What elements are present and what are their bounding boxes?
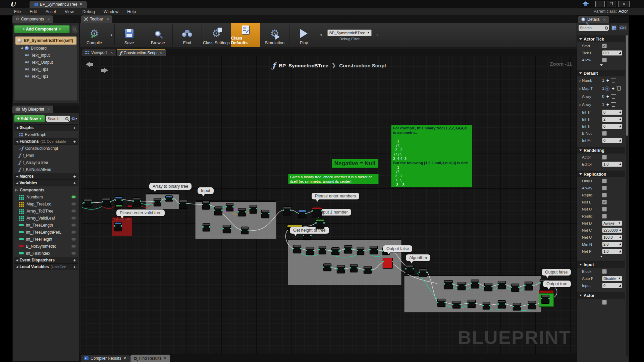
- pin-icon[interactable]: [505, 284, 506, 285]
- details-section-header[interactable]: Default: [577, 70, 625, 76]
- expand-advanced-button[interactable]: [577, 255, 625, 258]
- comment-box-negative-null[interactable]: Negative = Null: [332, 159, 378, 168]
- graph-node[interactable]: [528, 301, 536, 309]
- property-checkbox[interactable]: [602, 300, 607, 305]
- pin-icon[interactable]: [541, 298, 542, 299]
- add-item-button[interactable]: +: [73, 258, 76, 263]
- section-header-macros[interactable]: ◀Macros+: [14, 173, 78, 180]
- add-element-button[interactable]: +: [606, 78, 609, 83]
- world-debug-icon[interactable]: ⌖: [376, 33, 378, 37]
- graph-node[interactable]: [350, 264, 358, 272]
- pin-icon[interactable]: [513, 306, 514, 307]
- pin-icon[interactable]: [497, 303, 499, 305]
- tab-viewport[interactable]: Viewport✕: [82, 49, 116, 56]
- component-row[interactable]: AaText_Tips: [15, 66, 76, 73]
- graph-node[interactable]: [114, 222, 122, 231]
- graph-node[interactable]: [323, 263, 331, 271]
- menu-item-file[interactable]: File: [14, 9, 21, 14]
- save-button[interactable]: Save: [115, 23, 144, 47]
- pin-icon[interactable]: [338, 250, 340, 252]
- eye-closed-icon[interactable]: [71, 245, 76, 248]
- variable-row[interactable]: Int_FirstIndex: [14, 250, 78, 257]
- pin-icon[interactable]: [226, 206, 227, 207]
- node-group-box[interactable]: [146, 193, 179, 209]
- pin-icon[interactable]: [214, 209, 215, 211]
- pin-icon[interactable]: [467, 303, 469, 304]
- graph-node[interactable]: [525, 282, 533, 290]
- menu-item-asset[interactable]: Asset: [46, 9, 56, 14]
- browse-button[interactable]: Browse: [144, 23, 172, 47]
- add-item-button[interactable]: +: [73, 125, 76, 130]
- pin-icon[interactable]: [91, 202, 93, 203]
- comment-box-example[interactable]: For example, this binary tree [1,2,2,3,4…: [391, 125, 472, 187]
- pin-icon[interactable]: [222, 228, 224, 229]
- pin-icon[interactable]: [452, 304, 453, 305]
- tab-close-icon[interactable]: ✕: [160, 51, 163, 55]
- asset-tab[interactable]: BP_SymmetricBTree ✕: [30, 1, 87, 8]
- pin-icon[interactable]: [371, 269, 372, 270]
- pin-icon[interactable]: [323, 222, 325, 224]
- graph-node[interactable]: [511, 284, 519, 292]
- details-section-header[interactable]: Rendering: [577, 147, 625, 154]
- graph-node[interactable]: [238, 208, 246, 216]
- property-number-field[interactable]: 0◢: [602, 283, 622, 288]
- pin-icon[interactable]: [209, 204, 210, 205]
- add-element-button[interactable]: +: [606, 102, 609, 107]
- tab-toolbar[interactable]: Toolbar ✕: [81, 15, 112, 23]
- menu-item-debug[interactable]: Debug: [83, 9, 95, 14]
- pin-icon[interactable]: [261, 213, 262, 214]
- pin-icon[interactable]: [245, 211, 246, 213]
- property-checkbox[interactable]: [602, 131, 607, 136]
- graph-node[interactable]: [261, 210, 269, 218]
- pin-icon[interactable]: [232, 206, 234, 207]
- graph-node[interactable]: [444, 280, 453, 289]
- pin-icon[interactable]: [528, 304, 529, 305]
- pin-icon[interactable]: [306, 250, 307, 251]
- eye-closed-icon[interactable]: [71, 224, 76, 227]
- details-section-header[interactable]: Replication: [577, 171, 625, 177]
- graph-node[interactable]: [498, 300, 506, 308]
- graph-node[interactable]: [471, 280, 479, 288]
- components-tab-close-icon[interactable]: ✕: [47, 17, 50, 21]
- pin-icon[interactable]: [524, 285, 526, 286]
- pin-icon[interactable]: [471, 283, 472, 284]
- property-dropdown[interactable]: Awake▼: [602, 221, 622, 226]
- blueprint-graph-canvas[interactable]: ƒ BP_SymmetricBTree ❯ Construction Scrip…: [82, 49, 577, 354]
- pin-icon[interactable]: [165, 198, 166, 200]
- class-defaults-button[interactable]: Class Defaults: [231, 23, 260, 47]
- pin-icon[interactable]: [460, 304, 461, 305]
- collapse-triangle-icon[interactable]: [579, 264, 582, 265]
- pin-icon[interactable]: [505, 303, 506, 305]
- pin-icon[interactable]: [511, 287, 512, 288]
- comment-bubble[interactable]: Please enter valid tree: [116, 209, 165, 216]
- menu-item-help[interactable]: Help: [127, 9, 136, 14]
- graph-node[interactable]: [513, 303, 521, 310]
- component-row[interactable]: AaText_Tip1: [15, 73, 76, 80]
- pin-icon[interactable]: [452, 283, 453, 285]
- details-section-header[interactable]: Actor: [577, 292, 625, 299]
- comment-bubble[interactable]: Output false: [383, 245, 412, 252]
- graph-node[interactable]: [202, 201, 210, 209]
- variable-row[interactable]: Map_TreeLoc: [14, 200, 78, 207]
- details-tab-close-icon[interactable]: ✕: [603, 18, 606, 21]
- property-number-field[interactable]: 0◢: [602, 110, 622, 115]
- component-row[interactable]: AaText_Input: [15, 52, 76, 59]
- tab-components[interactable]: ⚙ Components ✕: [12, 15, 53, 23]
- dropdown-caret-icon[interactable]: ▼: [110, 34, 113, 37]
- graph-node[interactable]: [319, 246, 326, 254]
- minimize-button[interactable]: –: [595, 1, 605, 7]
- pin-icon[interactable]: [482, 305, 484, 306]
- details-view-options-button[interactable]: ▼: [619, 25, 627, 31]
- collapse-arrow-icon[interactable]: ◀: [16, 175, 18, 178]
- pin-icon[interactable]: [539, 282, 541, 284]
- property-checkbox[interactable]: ✓: [602, 44, 607, 48]
- property-checkbox[interactable]: ✓: [602, 200, 607, 204]
- class-settings-button[interactable]: ⚙Class Settings: [202, 23, 231, 47]
- components-search-button[interactable]: [71, 25, 78, 33]
- pin-icon[interactable]: [221, 209, 223, 211]
- pin-icon[interactable]: [300, 248, 302, 249]
- property-checkbox[interactable]: [602, 193, 607, 197]
- graph-node[interactable]: [127, 205, 132, 208]
- details-section-header[interactable]: Actor Tick: [577, 36, 625, 42]
- pin-icon[interactable]: [489, 305, 490, 306]
